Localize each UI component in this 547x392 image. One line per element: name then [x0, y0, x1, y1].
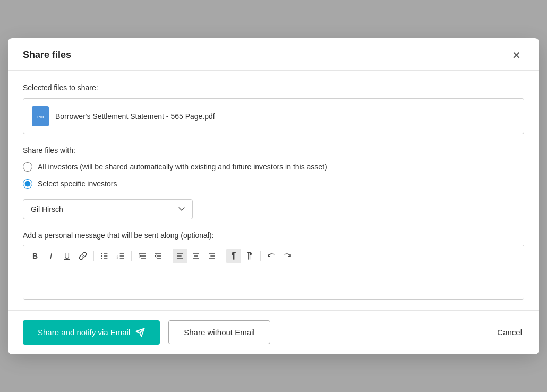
share-no-email-label: Share without Email	[184, 328, 254, 337]
redo-button[interactable]	[280, 249, 295, 263]
investor-dropdown[interactable]: Gil Hirsch	[23, 199, 193, 219]
indent-button[interactable]	[151, 249, 166, 263]
align-center-button[interactable]	[189, 249, 203, 263]
bold-button[interactable]: B	[28, 249, 42, 263]
radio-all-investors[interactable]: All investors (will be shared automatica…	[23, 162, 524, 172]
undo-button[interactable]	[264, 249, 279, 263]
toolbar-divider-3	[169, 251, 169, 261]
file-box: PDF Borrower's Settlement Statement - 56…	[23, 98, 524, 134]
share-no-email-button[interactable]: Share without Email	[168, 320, 270, 344]
editor-wrapper: B I U	[23, 245, 524, 300]
numbered-list-button[interactable]: 1 2 3	[113, 249, 128, 263]
message-editor[interactable]	[23, 267, 524, 299]
svg-point-5	[101, 253, 102, 254]
share-files-modal: Share files ✕ Selected files to share: P…	[8, 38, 539, 354]
investor-select-wrapper: Gil Hirsch	[23, 199, 524, 219]
radio-all-investors-input[interactable]	[23, 162, 32, 172]
toolbar-divider-5	[260, 251, 261, 261]
bullet-list-button[interactable]	[97, 249, 112, 263]
radio-all-investors-label: All investors (will be shared automatica…	[38, 163, 327, 171]
message-label: Add a personal message that will be sent…	[23, 231, 524, 240]
selected-files-label: Selected files to share:	[23, 83, 524, 92]
share-email-label: Share and notify via Email	[38, 328, 130, 337]
outdent-button[interactable]	[135, 249, 150, 263]
share-email-button[interactable]: Share and notify via Email	[23, 320, 160, 345]
editor-toolbar: B I U	[23, 245, 524, 267]
modal-title: Share files	[23, 49, 71, 61]
file-name: Borrower's Settlement Statement - 565 Pa…	[55, 112, 215, 121]
underline-button[interactable]: U	[59, 249, 74, 263]
toolbar-divider-4	[223, 251, 223, 261]
pdf-icon: PDF	[32, 106, 49, 126]
italic-button[interactable]: I	[44, 249, 58, 263]
paragraph-rtl-button[interactable]: ¶	[242, 249, 257, 263]
radio-specific-investors-label: Select specific investors	[38, 180, 117, 188]
svg-text:3: 3	[117, 257, 118, 259]
paragraph-ltr-button[interactable]: ¶	[226, 249, 241, 263]
align-right-button[interactable]	[204, 249, 219, 263]
modal-header: Share files ✕	[8, 38, 539, 71]
close-button[interactable]: ✕	[509, 49, 524, 62]
svg-point-6	[101, 255, 102, 257]
cancel-label: Cancel	[497, 328, 522, 337]
link-button[interactable]	[75, 249, 90, 263]
svg-text:PDF: PDF	[37, 115, 45, 120]
radio-specific-investors-input[interactable]	[23, 179, 32, 189]
radio-specific-investors[interactable]: Select specific investors	[23, 179, 524, 189]
modal-footer: Share and notify via Email Share without…	[8, 310, 539, 354]
modal-overlay: Share files ✕ Selected files to share: P…	[0, 0, 547, 392]
svg-point-7	[101, 258, 102, 259]
modal-body: Selected files to share: PDF Borrower's …	[8, 71, 539, 310]
radio-group: All investors (will be shared automatica…	[23, 162, 524, 189]
toolbar-divider-2	[131, 251, 132, 261]
cancel-button[interactable]: Cancel	[495, 323, 524, 341]
toolbar-divider-1	[93, 251, 94, 261]
align-left-button[interactable]	[173, 249, 187, 263]
share-with-label: Share files with:	[23, 146, 524, 155]
share-icon	[135, 328, 145, 337]
